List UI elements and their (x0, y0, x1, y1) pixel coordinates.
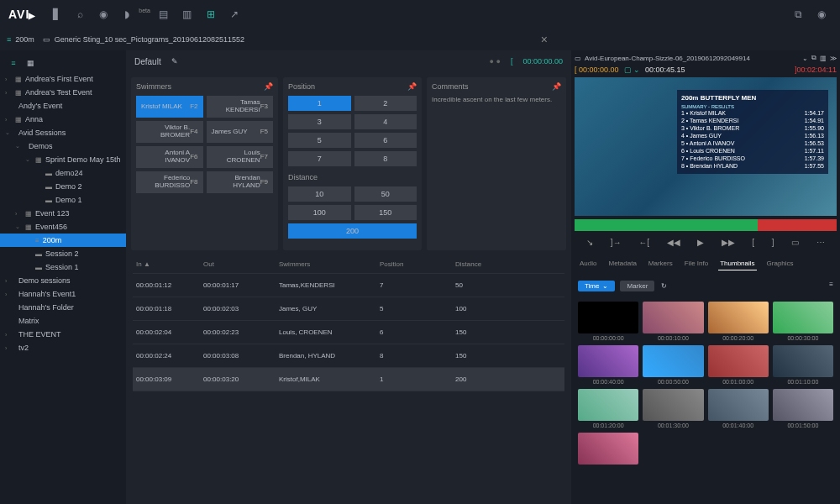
swimmer-button[interactable]: Antoni A IVANOVF6 (136, 146, 203, 168)
video-viewer[interactable]: 200m BUTTERFLY MEN SUMMARY - RESULTS 1 •… (575, 77, 837, 216)
bracket-in-icon[interactable]: [ (511, 57, 513, 66)
go-in-icon[interactable]: ]→ (611, 238, 622, 247)
distance-button[interactable]: 200 (288, 223, 417, 239)
logging-icon[interactable]: ⊞ (201, 4, 221, 24)
swimmer-button[interactable]: Viktor B. BROMERF4 (136, 121, 203, 143)
swimmer-button[interactable]: Brendan HYLANDF9 (207, 171, 274, 193)
sidebar-item[interactable]: ▬Demo 2 (0, 180, 126, 193)
position-button[interactable]: 2 (354, 96, 417, 111)
more-icon[interactable]: ⋯ (816, 238, 825, 247)
column-header[interactable]: Out (203, 260, 279, 268)
sidebar-item[interactable]: ▬Session 2 (0, 247, 126, 260)
view-grid-icon[interactable]: ▦ (24, 57, 37, 69)
distance-button[interactable]: 10 (288, 186, 351, 202)
play-icon[interactable]: ▶ (697, 238, 704, 247)
marker-filter-chip[interactable]: Marker (620, 281, 654, 291)
column-header[interactable]: Distance (455, 260, 522, 268)
sidebar-item[interactable]: ≡200m (0, 234, 126, 247)
tab-markers[interactable]: Markers (647, 257, 675, 270)
sidebar-item[interactable]: Matrix (0, 314, 126, 328)
table-row[interactable]: 00:00:02:2400:00:03:08Brendan, HYLAND815… (133, 344, 564, 368)
thumbnail[interactable]: 00:01:30:00 (643, 389, 703, 428)
tab-metadata[interactable]: Metadata (606, 257, 638, 270)
pin-icon[interactable]: 📌 (264, 82, 273, 91)
time-filter-chip[interactable]: Time⌄ (578, 281, 615, 291)
breadcrumb-clip[interactable]: ▭Generic Sting_10 sec_Pictograms_2019061… (43, 35, 244, 44)
sidebar-item[interactable]: ›▦Andrea's Test Event (0, 86, 126, 99)
window-icon[interactable]: ⧉ (788, 4, 808, 24)
frame-icon[interactable]: ▭ (791, 238, 799, 247)
chevron-down-icon[interactable]: ⌄ (802, 55, 808, 62)
thumbnail[interactable]: 00:00:40:00 (578, 345, 638, 385)
sidebar-item[interactable]: ›▦Andrea's First Event (0, 72, 126, 86)
thumbnail[interactable]: 00:00:50:00 (643, 345, 703, 385)
table-row[interactable]: 00:00:01:1200:00:01:17Tamas,KENDERSI750 (133, 274, 564, 297)
thumbnail[interactable]: 00:00:30:00 (773, 302, 833, 341)
tab-file info[interactable]: File Info (683, 257, 710, 270)
sidebar-item[interactable]: ▬demo24 (0, 166, 126, 180)
swimmer-button[interactable]: James GUYF5 (207, 121, 274, 143)
forward-icon[interactable]: ▶▶ (722, 238, 735, 247)
copy-icon[interactable]: ▥ (820, 55, 827, 62)
sidebar-item[interactable]: ⌄▦Sprint Demo May 15th (0, 153, 126, 166)
tab-graphics[interactable]: Graphics (765, 257, 795, 270)
column-header[interactable]: Swimmers (279, 260, 380, 268)
table-row[interactable]: 00:00:03:0900:00:03:20Kristof,MILAK1200 (133, 368, 564, 391)
rewind-icon[interactable]: ◀◀ (667, 238, 680, 247)
edit-icon[interactable]: ✎ (171, 57, 178, 66)
monitor-icon[interactable]: ▢ ⌄ (624, 66, 641, 74)
comment-text[interactable]: Incredible ascent on the last few meters… (432, 96, 561, 103)
edit-icon[interactable]: ▤ (154, 4, 174, 24)
sidebar-item[interactable]: ▬Demo 1 (0, 193, 126, 207)
sidebar-item[interactable]: ›THE EVENT (0, 328, 126, 341)
marker-icon[interactable]: ● ● (490, 57, 501, 66)
set-in-icon[interactable]: [ (752, 238, 754, 247)
swimmer-button[interactable]: Federico BURDISSOF8 (136, 171, 203, 193)
sidebar-item[interactable]: Hannah's Folder (0, 301, 126, 314)
share-icon[interactable]: ↗ (224, 4, 244, 24)
position-button[interactable]: 6 (354, 133, 417, 148)
user-icon[interactable]: ◉ (811, 4, 832, 24)
thumbnail[interactable]: 00:00:00:00 (578, 302, 638, 341)
position-button[interactable]: 7 (288, 151, 351, 166)
sidebar-item[interactable]: ⌄Avid Sessions (0, 126, 126, 139)
sidebar-item[interactable]: ›▦Anna (0, 113, 126, 126)
globe-icon[interactable]: ◉ (93, 4, 113, 24)
panel-icon[interactable]: ▥ (177, 4, 197, 24)
column-header[interactable]: Position (380, 260, 455, 268)
table-row[interactable]: 00:00:01:1800:00:02:03James, GUY5100 (133, 297, 564, 321)
chat-icon[interactable]: ◗ (117, 4, 137, 24)
distance-button[interactable]: 50 (354, 186, 417, 202)
search-icon[interactable]: ⌕ (70, 4, 90, 24)
distance-button[interactable]: 150 (354, 205, 417, 220)
sidebar-item[interactable]: ›Hannah's Event1 (0, 287, 126, 301)
table-row[interactable]: 00:00:02:0400:00:02:23Louis, CROENEN6150 (133, 321, 564, 344)
more-icon[interactable]: ≫ (830, 55, 837, 62)
sidebar-item[interactable]: ▬Session 1 (0, 260, 126, 274)
thumbnail[interactable]: 00:01:10:00 (773, 345, 833, 385)
set-out-icon[interactable]: ] (772, 238, 774, 247)
thumbnail[interactable]: 00:01:20:00 (578, 389, 638, 428)
thumbnail[interactable]: 00:01:40:00 (708, 389, 769, 428)
swimmer-button[interactable]: Kristof MILAKF2 (136, 96, 203, 118)
default-tab[interactable]: Default (134, 57, 161, 66)
refresh-icon[interactable]: ↻ (659, 281, 669, 291)
distance-button[interactable]: 100 (288, 205, 351, 220)
view-list-icon[interactable]: ≡ (7, 57, 20, 69)
position-button[interactable]: 5 (288, 133, 351, 148)
close-icon[interactable]: × (541, 33, 548, 46)
column-header[interactable]: In ▲ (136, 260, 203, 268)
sidebar-item[interactable]: ›▦Event 123 (0, 207, 126, 220)
swimmer-button[interactable]: Tamas KENDERSIF3 (207, 96, 274, 118)
expand-icon[interactable]: ⧉ (811, 54, 816, 62)
position-button[interactable]: 4 (354, 114, 417, 129)
position-button[interactable]: 1 (288, 96, 351, 111)
mark-in-icon[interactable]: ↘ (586, 238, 593, 247)
position-button[interactable]: 8 (354, 151, 417, 166)
pin-icon[interactable]: 📌 (407, 82, 417, 91)
thumbnail[interactable]: 00:01:00:00 (708, 345, 769, 385)
sidebar-item[interactable]: ⌄▦Event456 (0, 220, 126, 234)
tab-audio[interactable]: Audio (578, 257, 598, 270)
swimmer-button[interactable]: Louis CROENENF7 (207, 146, 274, 168)
thumbnail[interactable]: 00:00:20:00 (708, 302, 769, 341)
